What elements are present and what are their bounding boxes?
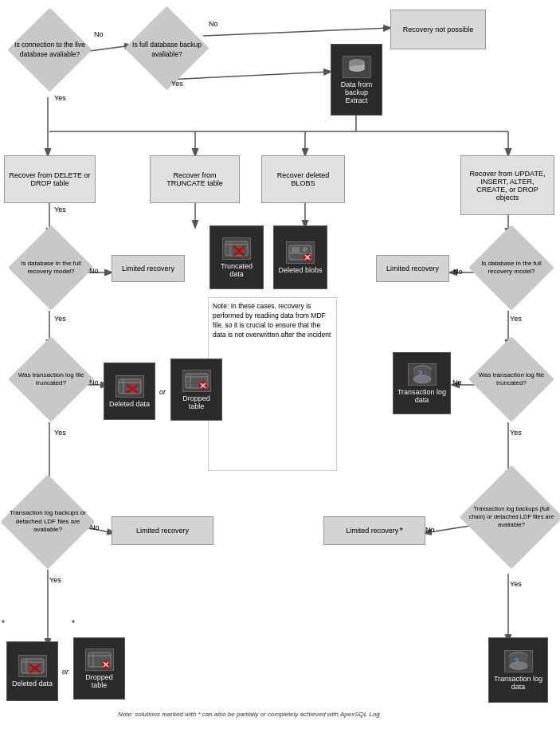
asterisk-deleted: * bbox=[2, 619, 5, 628]
dropped-table-mid: Dropped table bbox=[170, 359, 222, 421]
deleted-data-mid-label: Deleted data bbox=[109, 400, 150, 408]
tx-log-backups-right: Transaction log backups (full chain) or … bbox=[468, 474, 554, 578]
yes-full-left: Yes bbox=[54, 315, 66, 323]
recover-update-box: Recover from UPDATE, INSERT, ALTER, CREA… bbox=[460, 155, 554, 215]
svg-text:?: ? bbox=[514, 656, 519, 665]
recover-truncate-label: Recover from TRUNCATE table bbox=[154, 171, 236, 187]
tx-log-bottom-label: Transaction log data bbox=[492, 675, 544, 691]
no-label-1: No bbox=[94, 30, 104, 38]
limited-recovery-right: Limited recovery bbox=[376, 255, 449, 282]
svg-rect-38 bbox=[292, 247, 300, 253]
tx-log-icon: ? bbox=[408, 363, 437, 386]
tx-log-mid-label: Transaction log data bbox=[397, 388, 447, 404]
backup-icon: → bbox=[343, 56, 371, 78]
dropped-table-icon bbox=[182, 370, 211, 392]
tx-log-bottom-icon: ? bbox=[504, 650, 533, 672]
recovery-not-possible: Recovery not possible bbox=[390, 10, 486, 49]
limited-recovery-2-right: Limited recovery * bbox=[323, 516, 425, 545]
is-full-recovery-left: Is database in the full recovery model? bbox=[14, 231, 88, 315]
bottom-note: Note: solutions marked with * can also b… bbox=[118, 711, 516, 718]
tx-log-backups-left: Transaction log backups or detached LDF … bbox=[8, 482, 88, 574]
full-backup-diamond: Is full database backup avaliable? bbox=[129, 12, 205, 88]
deleted-data-mid-icon bbox=[116, 375, 144, 398]
tx-log-bottom-right: ? Transaction log data bbox=[488, 637, 548, 703]
dropped-bottom-label: Dropped table bbox=[77, 673, 121, 689]
no-full-left: No bbox=[89, 267, 99, 275]
note-box: Note: In these cases, recovery is perfor… bbox=[208, 297, 337, 471]
svg-text:?: ? bbox=[417, 370, 422, 378]
limited-recovery-2-left: Limited recovery bbox=[112, 516, 213, 545]
deleted-blobs-box: Deleted blobs bbox=[273, 225, 327, 289]
yes-delete: Yes bbox=[54, 206, 66, 214]
is-full-recovery-right: Is database in the full recovery model? bbox=[475, 231, 548, 315]
bottom-note-text: Note: solutions marked with * can also b… bbox=[118, 711, 380, 718]
recover-blobs-label: Recover deleted BLOBS bbox=[265, 171, 341, 187]
dropped-table-mid-label: Dropped table bbox=[174, 394, 218, 410]
recovery-not-possible-label: Recovery not possible bbox=[403, 25, 474, 33]
recover-truncate-box: Recover from TRUNCATE table bbox=[150, 155, 240, 203]
yes-truncated-right: Yes bbox=[510, 429, 522, 437]
limited-recovery-left: Limited recovery bbox=[112, 255, 185, 282]
asterisk-dropped: * bbox=[72, 619, 75, 628]
yes-truncated-left: Yes bbox=[54, 429, 66, 437]
truncated-data-label: Truncated data bbox=[213, 262, 260, 278]
deleted-bottom-icon bbox=[18, 655, 47, 677]
asterisk-1: * bbox=[399, 526, 402, 535]
note-text: Note: In these cases, recovery is perfor… bbox=[213, 302, 331, 339]
blobs-icon bbox=[286, 241, 315, 264]
yes-label-conn: Yes bbox=[54, 94, 66, 102]
limited-left-label: Limited recovery bbox=[122, 265, 174, 272]
yes-label-backup: Yes bbox=[171, 80, 183, 88]
truncate-icon bbox=[222, 237, 251, 260]
or-label-1: or bbox=[159, 388, 166, 396]
limited-2-left-label: Limited recovery bbox=[136, 527, 189, 535]
no-full-right: No bbox=[453, 268, 463, 276]
deleted-data-mid-left: Deleted data bbox=[104, 363, 155, 420]
deleted-blobs-label: Deleted blobs bbox=[278, 266, 322, 274]
dropped-table-bottom: Dropped table bbox=[73, 637, 125, 700]
no-label-2: No bbox=[209, 20, 218, 28]
no-tx-right: No bbox=[452, 378, 462, 386]
recover-delete-label: Recover from DELETE or DROP table bbox=[8, 171, 92, 187]
recover-update-label: Recover from UPDATE, INSERT, ALTER, CREA… bbox=[464, 170, 550, 202]
connection-diamond: Is connection to the live database avali… bbox=[12, 12, 88, 104]
dropped-bottom-icon bbox=[85, 649, 114, 671]
yes-backups-right: Yes bbox=[510, 580, 522, 588]
yes-full-right: Yes bbox=[510, 315, 522, 323]
was-truncated-right: Was transaction log file truncated? bbox=[475, 343, 548, 426]
flowchart: Is connection to the live database avali… bbox=[0, 0, 560, 729]
no-backups-left: No bbox=[90, 523, 100, 531]
limited-right-label: Limited recovery bbox=[386, 265, 439, 272]
was-truncated-left: Was transaction log file truncated? bbox=[14, 343, 88, 426]
transaction-log-mid-right: ? Transaction log data bbox=[393, 352, 451, 414]
truncated-data-box: Truncated data bbox=[210, 225, 264, 289]
data-from-backup: → Data from backup Extract bbox=[331, 44, 382, 116]
svg-line-1 bbox=[203, 28, 390, 36]
recover-delete-box: Recover from DELETE or DROP table bbox=[4, 155, 96, 203]
limited-2-right-label: Limited recovery bbox=[346, 527, 398, 535]
or-label-2: or bbox=[62, 668, 69, 676]
yes-backups-left: Yes bbox=[49, 576, 61, 584]
no-truncated-left: No bbox=[89, 378, 99, 386]
data-from-backup-label: Data from backup Extract bbox=[335, 80, 378, 104]
svg-point-39 bbox=[303, 247, 307, 252]
deleted-data-bottom: Deleted data bbox=[6, 641, 58, 701]
deleted-bottom-label: Deleted data bbox=[12, 680, 53, 688]
no-backups-right: No bbox=[425, 526, 435, 534]
recover-blobs-box: Recover deleted BLOBS bbox=[261, 155, 345, 203]
svg-text:→: → bbox=[358, 61, 366, 69]
